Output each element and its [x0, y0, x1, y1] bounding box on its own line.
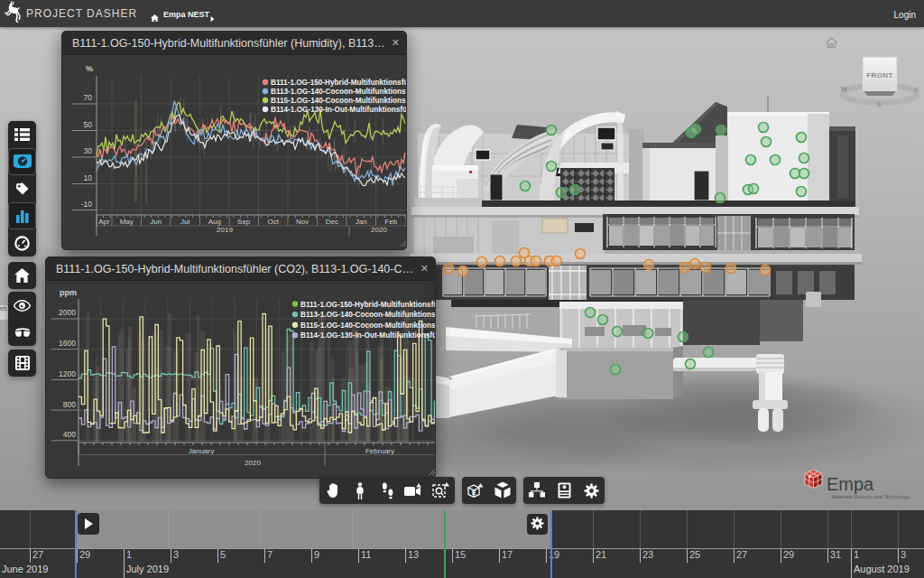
svg-text:B113-1.OG-140-Cocoon-Multifunk: B113-1.OG-140-Cocoon-Multifunktionsfühle: [300, 311, 436, 319]
svg-text:B111-1.OG-150-Hybrid-Multifunk: B111-1.OG-150-Hybrid-Multifunktionsfühle…: [300, 301, 436, 309]
svg-text:25: 25: [689, 549, 700, 560]
svg-text:B113-1.OG-140-Cocoon-Multifunk: B113-1.OG-140-Cocoon-Multifunktionsfühle: [271, 88, 407, 96]
svg-text:1: 1: [854, 549, 859, 560]
svg-text:S: S: [877, 100, 882, 108]
svg-text:Sep: Sep: [237, 218, 251, 226]
svg-text:Materials Science and Technolo: Materials Science and Technology: [831, 494, 910, 499]
svg-text:-10: -10: [81, 200, 93, 209]
svg-text:9: 9: [314, 549, 319, 560]
svg-text:19: 19: [549, 549, 559, 560]
svg-text:1200: 1200: [59, 369, 76, 378]
svg-text:800: 800: [63, 400, 76, 409]
svg-text:February: February: [365, 447, 394, 455]
svg-text:B114-1.OG-130-In-Out-Multifunk: B114-1.OG-130-In-Out-Multifunktionsfühle…: [300, 331, 436, 340]
svg-text:B115-1.OG-140-Cocoon-Multifunk: B115-1.OG-140-Cocoon-Multifunktionsfühle: [271, 97, 407, 105]
svg-text:May: May: [120, 218, 134, 226]
svg-text:Jul: Jul: [180, 218, 189, 226]
svg-text:15: 15: [455, 549, 466, 560]
svg-text:2019: 2019: [217, 226, 233, 234]
svg-text:17: 17: [502, 549, 513, 560]
svg-text:B111-1.OG-150-Hybrid-Multifunk: B111-1.OG-150-Hybrid-Multifunktionsfühle…: [271, 79, 407, 87]
svg-text:B114-1.OG-130-In-Out-Multifunk: B114-1.OG-130-In-Out-Multifunktionsfühle…: [271, 106, 407, 114]
svg-text:31: 31: [830, 549, 841, 560]
svg-text:70: 70: [84, 93, 93, 102]
svg-text:Aug: Aug: [208, 218, 221, 226]
svg-text:July 2019: July 2019: [126, 564, 169, 574]
svg-text:21: 21: [596, 549, 606, 560]
svg-text:29: 29: [783, 549, 794, 560]
svg-text:3: 3: [173, 549, 179, 560]
svg-text:Dec: Dec: [326, 218, 338, 226]
svg-text:W: W: [841, 85, 848, 93]
svg-text:Oct: Oct: [268, 218, 280, 226]
svg-text:13: 13: [408, 549, 419, 560]
svg-text:30: 30: [84, 146, 93, 155]
svg-text:ppm: ppm: [60, 288, 77, 297]
svg-text:29: 29: [79, 549, 90, 560]
svg-text:Feb: Feb: [384, 218, 397, 226]
svg-text:June 2019: June 2019: [2, 564, 48, 574]
svg-text:5: 5: [220, 549, 226, 560]
svg-text:FRONT: FRONT: [866, 71, 893, 79]
svg-text:2000: 2000: [59, 308, 76, 317]
svg-text:B115-1.OG-140-Cocoon-Multifunk: B115-1.OG-140-Cocoon-Multifunktionsfühle: [300, 322, 436, 330]
svg-text:3: 3: [901, 549, 906, 560]
svg-text:7: 7: [267, 549, 273, 560]
svg-text:January: January: [189, 447, 214, 455]
svg-text:2020: 2020: [245, 459, 261, 467]
svg-text:Nov: Nov: [296, 218, 309, 226]
svg-text:1: 1: [126, 549, 132, 560]
svg-text:%: %: [86, 64, 93, 73]
svg-text:1600: 1600: [59, 339, 76, 348]
svg-text:Apr: Apr: [98, 218, 110, 226]
svg-text:2020: 2020: [371, 226, 387, 234]
svg-text:Jun: Jun: [150, 218, 162, 226]
svg-text:10: 10: [84, 173, 93, 182]
svg-text:11: 11: [361, 549, 371, 560]
svg-text:August 2019: August 2019: [854, 564, 910, 574]
svg-text:E: E: [472, 489, 476, 496]
svg-text:27: 27: [32, 549, 43, 560]
svg-text:Jan: Jan: [356, 218, 367, 226]
svg-text:50: 50: [84, 120, 93, 129]
svg-text:23: 23: [642, 549, 653, 560]
svg-text:Empa: Empa: [827, 474, 874, 494]
svg-text:E: E: [914, 86, 919, 94]
svg-text:400: 400: [63, 430, 76, 439]
svg-text:27: 27: [736, 549, 747, 560]
